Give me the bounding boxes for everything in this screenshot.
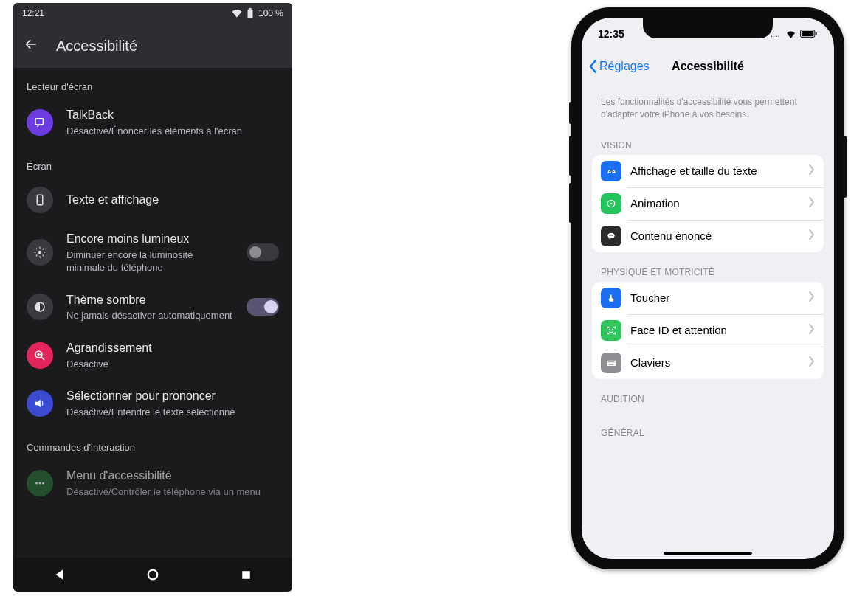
svg-rect-43 [612,361,613,362]
row-talkback[interactable]: TalkBack Désactivé/Énoncer les éléments … [13,100,292,148]
back-button[interactable]: Réglages [588,59,650,74]
row-label: Animation [630,197,800,209]
row-spoken-content[interactable]: Contenu énoncé [592,220,824,252]
side-button-vol-up [569,136,572,176]
text-size-icon: AA [601,161,621,181]
row-subtitle: Désactivé/Énoncer les éléments à l'écran [66,125,279,138]
chevron-left-icon [588,59,598,74]
svg-point-26 [778,36,779,38]
status-time: 12:35 [598,28,624,40]
row-subtitle: Désactivé/Entendre le texte sélectionné [66,406,279,419]
svg-rect-41 [609,361,610,362]
android-status-bar: 12:21 100 % [13,3,292,24]
row-text-display[interactable]: Texte et affichage [13,179,292,224]
extra-dim-switch[interactable] [247,243,279,261]
iphone-frame: 12:35 Réglages Accessibilité Les fonctio… [571,7,844,569]
select-to-speak-icon [27,390,53,417]
chevron-right-icon [809,291,815,305]
extra-dim-icon [27,239,53,266]
talkback-icon [27,109,53,136]
row-subtitle: Désactivé/Contrôler le téléphone via un … [66,485,279,499]
nav-home-button[interactable] [145,567,160,582]
section-header-hearing: AUDITION [592,379,824,409]
row-label: Contenu énoncé [630,229,800,242]
ios-nav-bar: Réglages Accessibilité [582,50,834,83]
svg-point-35 [610,235,611,235]
chevron-right-icon [809,197,815,210]
android-nav-bar [13,558,292,592]
back-label: Réglages [599,60,650,73]
android-accessibility-screen: 12:21 100 % Accessibilité Lecteur d'écra… [13,3,292,592]
cellular-icon [770,30,782,38]
row-title: Texte et affichage [66,192,279,208]
battery-icon [247,8,254,18]
row-label: Claviers [630,356,800,369]
wifi-icon [232,9,242,18]
row-dark-theme[interactable]: Thème sombre Ne jamais désactiver automa… [13,285,292,333]
row-extra-dim[interactable]: Encore moins lumineux Diminuer encore la… [13,224,292,285]
chevron-right-icon [809,164,815,178]
chevron-right-icon [809,324,815,337]
battery-icon [800,30,818,38]
svg-line-15 [41,357,44,360]
status-time: 12:21 [22,8,44,18]
svg-point-25 [776,36,777,38]
back-button[interactable] [24,37,38,55]
row-animation[interactable]: Animation [592,187,824,220]
svg-point-19 [35,482,38,484]
page-title: Accessibilité [56,38,137,55]
group-physical: Toucher Face ID et attention [592,282,824,379]
row-label: Toucher [630,291,800,304]
chevron-right-icon [809,356,815,370]
svg-point-34 [609,235,610,235]
chevron-right-icon [809,229,815,243]
svg-point-36 [612,235,613,235]
magnification-icon [27,342,53,369]
svg-point-21 [148,570,158,580]
svg-line-10 [43,255,44,257]
section-header-vision: VISION [592,125,824,155]
nav-back-button[interactable] [52,567,67,582]
notch [643,18,773,38]
row-title: Thème sombre [66,292,233,308]
section-header-general: GÉNÉRAL [592,409,824,443]
svg-line-9 [36,249,38,250]
row-magnification[interactable]: Agrandissement Désactivé [13,333,292,381]
side-button-mute [569,102,572,124]
row-title: Agrandissement [66,340,279,356]
svg-point-32 [610,202,613,204]
section-header-screen: Écran [13,148,292,179]
row-face-id[interactable]: Face ID et attention [592,314,824,347]
svg-point-24 [774,36,775,38]
svg-point-23 [771,36,772,38]
dark-theme-switch[interactable] [247,298,279,316]
section-header-physical: PHYSIQUE ET MOTRICITÉ [592,252,824,282]
side-button-vol-down [569,183,572,223]
row-touch[interactable]: Toucher [592,282,824,314]
svg-point-4 [38,251,42,254]
svg-point-37 [610,329,610,330]
nav-recent-button[interactable] [238,567,253,582]
row-title: TalkBack [66,107,279,123]
row-label: Face ID et attention [630,324,800,336]
row-display-text-size[interactable]: AA Affichage et taille du texte [592,155,824,187]
accessibility-menu-icon [27,470,53,496]
spoken-content-icon [601,226,621,246]
home-indicator[interactable] [664,552,752,555]
group-vision: AA Affichage et taille du texte Animatio… [592,155,824,252]
svg-rect-1 [249,8,252,10]
svg-rect-44 [613,361,614,362]
row-select-to-speak[interactable]: Sélectionner pour prononcer Désactivé/En… [13,381,292,429]
row-title: Menu d'accessibilité [66,468,279,484]
row-accessibility-menu[interactable]: Menu d'accessibilité Désactivé/Contrôler… [13,460,292,508]
keyboard-icon [601,353,621,373]
row-keyboards[interactable]: Claviers [592,347,824,379]
text-display-icon [27,187,53,213]
svg-point-18 [39,482,41,484]
ios-accessibility-screen: 12:35 Réglages Accessibilité Les fonctio… [582,18,834,559]
android-app-bar: Accessibilité [13,24,292,68]
svg-rect-45 [609,364,614,364]
dark-theme-icon [27,294,53,320]
svg-rect-29 [816,32,817,35]
svg-line-12 [43,249,44,250]
